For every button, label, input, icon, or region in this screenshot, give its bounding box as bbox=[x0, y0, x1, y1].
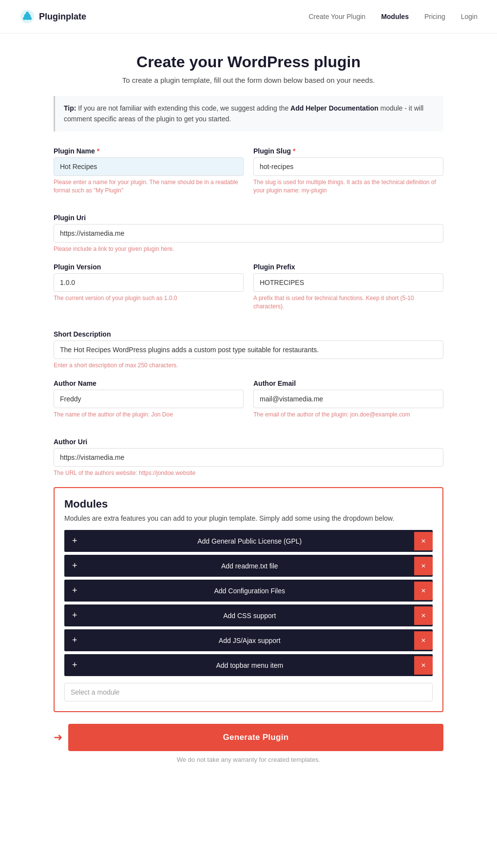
generate-row: ➜ Generate Plugin bbox=[54, 724, 443, 751]
label-plugin-prefix: Plugin Prefix bbox=[253, 263, 443, 271]
module-remove-button[interactable]: ✕ bbox=[414, 631, 433, 650]
module-list: + Add General Public License (GPL) ✕ + A… bbox=[64, 530, 433, 676]
module-item: + Add topbar menu item ✕ bbox=[64, 654, 433, 676]
label-plugin-name: Plugin Name * bbox=[54, 147, 244, 155]
module-item: + Add JS/Ajax support ✕ bbox=[64, 629, 433, 651]
label-author-email: Author Email bbox=[253, 379, 443, 387]
label-short-description: Short Description bbox=[54, 330, 443, 338]
tip-box: Tip: If you are not familiar with extend… bbox=[54, 96, 443, 132]
page-title: Create your WordPress plugin bbox=[54, 53, 443, 71]
logo[interactable]: Pluginplate bbox=[19, 9, 86, 24]
author-uri-hint: The URL of the authors website: https://… bbox=[54, 469, 443, 477]
group-plugin-uri: Plugin Uri Please include a link to your… bbox=[54, 214, 443, 253]
module-expand-icon[interactable]: + bbox=[64, 580, 85, 602]
modules-description: Modules are extra features you can add t… bbox=[64, 514, 433, 522]
module-expand-icon[interactable]: + bbox=[64, 604, 85, 626]
module-item-label: Add CSS support bbox=[85, 606, 414, 625]
label-author-name: Author Name bbox=[54, 379, 244, 387]
modules-title: Modules bbox=[64, 498, 433, 510]
row-name-slug: Plugin Name * Please enter a name for yo… bbox=[54, 147, 443, 205]
group-plugin-prefix: Plugin Prefix A prefix that is used for … bbox=[253, 263, 443, 311]
module-item-label: Add Configuration Files bbox=[85, 581, 414, 601]
plugin-uri-input[interactable] bbox=[54, 224, 443, 243]
nav-pricing[interactable]: Pricing bbox=[424, 13, 445, 20]
group-plugin-slug: Plugin Slug * The slug is used for multi… bbox=[253, 147, 443, 195]
module-remove-button[interactable]: ✕ bbox=[414, 557, 433, 575]
module-remove-button[interactable]: ✕ bbox=[414, 656, 433, 675]
group-author-email: Author Email The email of the author of … bbox=[253, 379, 443, 419]
modules-section: Modules Modules are extra features you c… bbox=[54, 487, 443, 712]
plugin-prefix-input[interactable] bbox=[253, 273, 443, 292]
plugin-name-input[interactable] bbox=[54, 157, 244, 176]
main-content: Create your WordPress plugin To create a… bbox=[44, 34, 453, 793]
navbar: Pluginplate Create Your Plugin Modules P… bbox=[0, 0, 497, 34]
module-remove-button[interactable]: ✕ bbox=[414, 582, 433, 600]
author-name-input[interactable] bbox=[54, 390, 244, 408]
nav-login[interactable]: Login bbox=[461, 13, 478, 20]
logo-text: Pluginplate bbox=[39, 12, 86, 22]
module-expand-icon[interactable]: + bbox=[64, 555, 85, 577]
plugin-prefix-hint: A prefix that is used for technical func… bbox=[253, 294, 443, 311]
disclaimer-text: We do not take any warranty for created … bbox=[54, 756, 443, 763]
author-uri-input[interactable] bbox=[54, 448, 443, 467]
module-expand-icon[interactable]: + bbox=[64, 629, 85, 651]
module-item: + Add CSS support ✕ bbox=[64, 604, 433, 626]
nav-modules[interactable]: Modules bbox=[381, 13, 409, 20]
label-author-uri: Author Uri bbox=[54, 438, 443, 446]
group-plugin-name: Plugin Name * Please enter a name for yo… bbox=[54, 147, 244, 195]
svg-point-4 bbox=[23, 17, 26, 20]
group-author-name: Author Name The name of the author of th… bbox=[54, 379, 244, 419]
svg-point-3 bbox=[29, 17, 32, 20]
module-remove-button[interactable]: ✕ bbox=[414, 532, 433, 550]
svg-point-2 bbox=[26, 12, 29, 15]
group-author-uri: Author Uri The URL of the authors websit… bbox=[54, 438, 443, 477]
short-description-hint: Enter a short description of max 250 cha… bbox=[54, 361, 443, 370]
label-plugin-uri: Plugin Uri bbox=[54, 214, 443, 222]
module-item-label: Add JS/Ajax support bbox=[85, 631, 414, 650]
plugin-uri-hint: Please include a link to your given plug… bbox=[54, 245, 443, 253]
label-plugin-slug: Plugin Slug * bbox=[253, 147, 443, 155]
plugin-version-hint: The current version of your plugin such … bbox=[54, 294, 244, 302]
nav-links: Create Your Plugin Modules Pricing Login bbox=[308, 13, 478, 20]
plugin-version-input[interactable] bbox=[54, 273, 244, 292]
nav-create-plugin[interactable]: Create Your Plugin bbox=[308, 13, 365, 20]
generate-plugin-button[interactable]: Generate Plugin bbox=[68, 724, 443, 751]
row-version-prefix: Plugin Version The current version of yo… bbox=[54, 263, 443, 321]
plugin-slug-hint: The slug is used for multiple things. It… bbox=[253, 178, 443, 195]
plugin-slug-input[interactable] bbox=[253, 157, 443, 176]
logo-icon bbox=[19, 9, 35, 24]
module-expand-icon[interactable]: + bbox=[64, 654, 85, 676]
row-author: Author Name The name of the author of th… bbox=[54, 379, 443, 429]
arrow-icon: ➜ bbox=[54, 731, 62, 744]
plugin-name-hint: Please enter a name for your plugin. The… bbox=[54, 178, 244, 195]
tip-label: Tip: bbox=[64, 104, 76, 112]
module-item-label: Add readme.txt file bbox=[85, 556, 414, 576]
page-subtitle: To create a plugin template, fill out th… bbox=[54, 76, 443, 84]
module-expand-icon[interactable]: + bbox=[64, 530, 85, 552]
tip-text: If you are not familiar with extending t… bbox=[78, 104, 290, 112]
group-short-description: Short Description Enter a short descript… bbox=[54, 330, 443, 370]
short-description-input[interactable] bbox=[54, 340, 443, 359]
module-item: + Add General Public License (GPL) ✕ bbox=[64, 530, 433, 552]
module-item-label: Add topbar menu item bbox=[85, 656, 414, 675]
author-name-hint: The name of the author of the plugin: Jo… bbox=[54, 411, 244, 419]
label-plugin-version: Plugin Version bbox=[54, 263, 244, 271]
module-item: + Add readme.txt file ✕ bbox=[64, 555, 433, 577]
module-remove-button[interactable]: ✕ bbox=[414, 606, 433, 625]
module-select[interactable]: Select a module bbox=[64, 683, 433, 701]
tip-bold: Add Helper Documentation bbox=[290, 104, 378, 112]
group-plugin-version: Plugin Version The current version of yo… bbox=[54, 263, 244, 311]
author-email-hint: The email of the author of the plugin: j… bbox=[253, 411, 443, 419]
module-item-label: Add General Public License (GPL) bbox=[85, 531, 414, 551]
module-item: + Add Configuration Files ✕ bbox=[64, 580, 433, 602]
author-email-input[interactable] bbox=[253, 390, 443, 408]
